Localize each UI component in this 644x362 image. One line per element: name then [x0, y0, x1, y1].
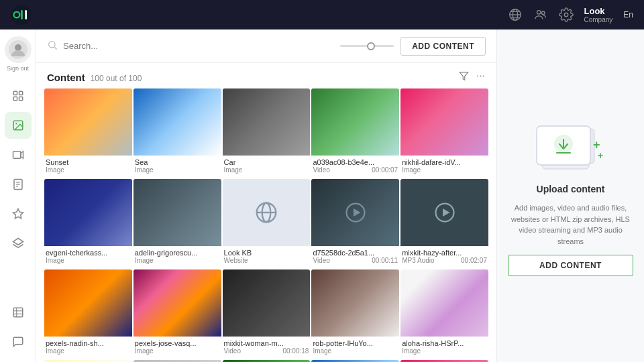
logo-icon — [11, 4, 32, 25]
grid-item-name: d75258dc-2d5a1... — [313, 249, 398, 257]
size-slider[interactable] — [340, 45, 394, 47]
svg-point-36 — [480, 76, 482, 77]
grid-item-name: Car — [224, 158, 309, 166]
sidebar-avatar[interactable] — [5, 36, 32, 63]
grid-item-type: Website — [224, 257, 309, 264]
grid-item-type: Image — [224, 166, 309, 174]
grid-item-name: evgeni-tcherkass... — [46, 249, 131, 257]
grid-item-2[interactable]: Car Image — [223, 88, 311, 178]
globe-nav-icon[interactable] — [508, 7, 523, 22]
upload-description: Add images, video and audio files, websi… — [508, 202, 633, 247]
user-company: Company — [584, 16, 613, 23]
svg-point-11 — [564, 13, 568, 17]
grid-item-name: mixkit-hazy-after... — [402, 249, 487, 257]
sidebar-sign-out-area: Sign out — [5, 36, 32, 72]
grid-item-7[interactable]: Look KB Website — [223, 179, 311, 268]
search-input[interactable] — [63, 41, 333, 51]
upload-illustration: + + — [527, 115, 614, 176]
upload-title: Upload content — [537, 184, 605, 194]
search-icon — [47, 40, 58, 53]
sidebar-signout-label: Sign out — [7, 65, 29, 72]
logo[interactable] — [11, 4, 32, 25]
grid-item-5[interactable]: evgeni-tcherkass... Image — [44, 179, 132, 268]
sidebar: Sign out — [0, 29, 36, 362]
grid-item-11[interactable]: pexels-jose-vasq... Image — [133, 269, 221, 359]
svg-line-33 — [54, 47, 57, 50]
user-name: Look — [584, 6, 613, 16]
sidebar-item-table[interactable] — [5, 299, 32, 326]
main-panel: ADD CONTENT Content 100 out of 100 — [36, 29, 496, 362]
grid-item-name: a039ac08-b3e4e... — [313, 158, 398, 166]
topnav-right: Look Company En — [508, 6, 634, 23]
content-title-wrap: Content 100 out of 100 — [47, 72, 142, 83]
grid-item-9[interactable]: mixkit-hazy-after... MP3 Audio 00:02:07 — [400, 179, 488, 268]
add-content-button-side[interactable]: ADD CONTENT — [508, 255, 633, 276]
grid-item-14[interactable]: aloha-risha-HSrP... Image — [400, 269, 488, 359]
top-navigation: Look Company En — [0, 0, 644, 29]
grid-item-name: rob-potter-lHuYo... — [313, 339, 398, 347]
grid-item-type: Video 00:00:07 — [313, 166, 398, 174]
add-content-button-top[interactable]: ADD CONTENT — [400, 37, 486, 56]
svg-point-37 — [483, 76, 484, 77]
sidebar-item-images[interactable] — [5, 112, 32, 139]
grid-item-type: Image — [135, 347, 220, 355]
search-bar: ADD CONTENT — [36, 29, 496, 63]
svg-rect-14 — [13, 91, 17, 95]
grid-item-10[interactable]: pexels-nadin-sh... Image — [44, 269, 132, 359]
grid-item-12[interactable]: mixkit-woman-m... Video 00:00:18 — [223, 269, 311, 359]
grid-item-name: Sunset — [46, 158, 131, 166]
svg-point-35 — [477, 76, 478, 77]
grid-item-type: Video 00:00:18 — [224, 347, 309, 355]
grid-item-4[interactable]: nikhil-dafare-idV... Image — [400, 88, 488, 178]
svg-marker-27 — [13, 239, 23, 245]
settings-nav-icon[interactable] — [559, 7, 574, 22]
grid-item-type: Image — [46, 347, 131, 355]
sidebar-item-documents[interactable] — [5, 171, 32, 198]
content-area: ADD CONTENT Content 100 out of 100 — [36, 29, 644, 362]
grid-item-name: Sea — [135, 158, 220, 166]
grid-item-name: adelin-grigorescu... — [135, 249, 220, 257]
grid-item-6[interactable]: adelin-grigorescu... Image — [133, 179, 221, 268]
users-nav-icon[interactable] — [533, 7, 548, 22]
grid-item-name: nikhil-dafare-idV... — [402, 158, 487, 166]
grid-item-13[interactable]: rob-potter-lHuYo... Image — [311, 269, 399, 359]
filter-icon[interactable] — [459, 71, 469, 83]
language-selector[interactable]: En — [623, 10, 633, 19]
grid-item-name: Look KB — [224, 249, 309, 257]
content-header: Content 100 out of 100 — [36, 63, 496, 88]
svg-point-10 — [541, 11, 545, 15]
user-info[interactable]: Look Company — [584, 6, 613, 23]
grid-item-type: Image — [402, 166, 487, 174]
svg-text:+: + — [598, 150, 603, 161]
grid-item-name: aloha-risha-HSrP... — [402, 339, 487, 347]
right-panel: + + Upload content Add images, video and… — [496, 29, 644, 362]
grid-item-name: mixkit-woman-m... — [224, 339, 309, 347]
grid-item-type: Image — [313, 347, 398, 355]
sidebar-item-chat[interactable] — [5, 328, 32, 355]
svg-text:+: + — [593, 138, 600, 152]
svg-rect-17 — [19, 97, 22, 101]
svg-marker-26 — [13, 209, 23, 219]
grid-item-8[interactable]: d75258dc-2d5a1... Video 00:00:11 — [311, 179, 399, 268]
svg-marker-44 — [443, 208, 450, 217]
grid-item-type: Image — [46, 166, 131, 174]
grid-item-name: pexels-jose-vasq... — [135, 339, 220, 347]
grid-item-1[interactable]: Sea Image — [133, 88, 221, 178]
grid-item-0[interactable]: Sunset Image — [44, 88, 132, 178]
sidebar-item-layers[interactable] — [5, 230, 32, 257]
svg-marker-34 — [460, 72, 468, 80]
svg-rect-2 — [21, 10, 23, 19]
slider-track[interactable] — [340, 45, 394, 47]
grid-item-3[interactable]: a039ac08-b3e4e... Video 00:00:07 — [311, 88, 399, 178]
grid-item-name: pexels-nadin-sh... — [46, 339, 131, 347]
svg-point-9 — [537, 11, 541, 14]
svg-point-32 — [49, 41, 55, 47]
svg-rect-3 — [25, 10, 27, 19]
sidebar-item-favorites[interactable] — [5, 200, 32, 227]
sidebar-item-video[interactable] — [5, 141, 32, 168]
sidebar-item-dashboard[interactable] — [5, 82, 32, 109]
grid-item-type: Image — [135, 257, 220, 264]
slider-thumb[interactable] — [367, 42, 375, 50]
more-options-icon[interactable] — [476, 71, 486, 83]
grid-item-type: Image — [46, 257, 131, 264]
